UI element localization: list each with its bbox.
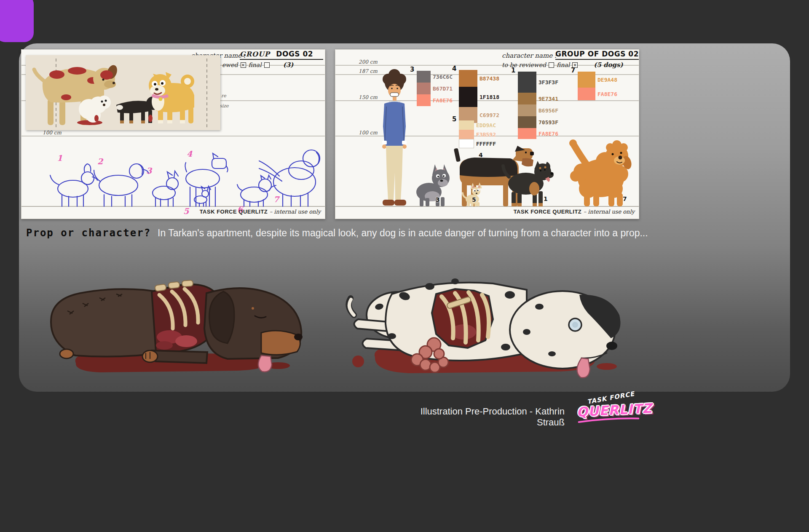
floppy-ear — [209, 291, 234, 343]
sketch-number: 4 — [187, 149, 192, 158]
dead-dalmatian-illustration — [329, 256, 632, 382]
sketch-number: 3 — [146, 166, 152, 175]
final-number: 4 — [479, 152, 483, 158]
final-number: 1 — [544, 195, 548, 202]
tongue — [258, 356, 272, 372]
sheet-footer: TASK FORCE QUERLITZ – internal use only — [514, 208, 635, 215]
nose — [294, 334, 303, 340]
front-leg — [142, 350, 207, 363]
final-character-lineup — [335, 50, 640, 219]
nose — [606, 342, 617, 350]
head — [204, 288, 303, 359]
sketch-number: 2 — [97, 157, 103, 166]
french-bulldog-final — [416, 164, 450, 206]
caption: Prop or character?In Tarkan's apartment,… — [26, 227, 683, 239]
footer-studio: TASK FORCE QUERLITZ — [200, 209, 268, 215]
sketch-model-sheet: character name : GROUP DOGS 02 ewed ✕ fi… — [21, 49, 325, 219]
credits-text: Illustration Pre-Production - Kathrin St… — [400, 406, 565, 428]
sketch-dog-3 — [153, 171, 178, 206]
caption-question: Prop or character? — [26, 227, 151, 239]
studio-logo: TASK FORCE QUERLITZ — [576, 393, 644, 424]
final-number: 5 — [472, 196, 476, 203]
footer-studio: TASK FORCE QUERLITZ — [514, 209, 582, 215]
sketch-number: 1 — [57, 153, 62, 163]
purple-corner-tab — [0, 0, 34, 42]
dead-dachshund-illustration — [25, 253, 320, 379]
sketch-dog-2 — [94, 164, 149, 206]
blue-sketch-dogs — [21, 50, 326, 219]
sketch-dog-5 — [194, 186, 211, 206]
tarkan-human-figure — [382, 69, 407, 206]
slide: character name : GROUP DOGS 02 ewed ✕ fi… — [0, 0, 809, 532]
sheet-footer: TASK FORCE QUERLITZ – internal use only — [200, 208, 321, 215]
footer-note: – internal use only — [584, 209, 635, 215]
final-number: 3 — [436, 196, 440, 203]
sketch-dog-1 — [50, 164, 97, 206]
head — [510, 291, 621, 369]
sketch-dog-6 — [237, 175, 271, 206]
caption-text: In Tarkan's apartment, despite its magic… — [158, 227, 648, 238]
final-model-sheet: 200 cm 187 cm 150 cm 100 cm character na… — [335, 49, 639, 219]
sketch-number: 7 — [273, 195, 279, 204]
slide-panel: character name : GROUP DOGS 02 ewed ✕ fi… — [19, 43, 790, 392]
footer-note: – internal use only — [270, 209, 321, 215]
sketch-number: 5 — [183, 206, 189, 216]
muzzle — [261, 331, 300, 355]
final-number: 7 — [623, 195, 627, 202]
